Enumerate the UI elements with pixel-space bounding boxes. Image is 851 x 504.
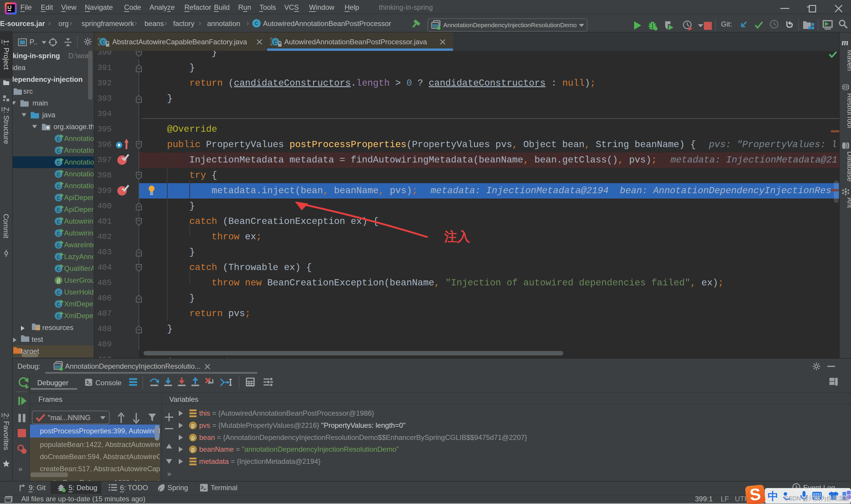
svg-text:C: C [255, 20, 258, 27]
svg-text:C: C [101, 39, 105, 46]
svg-text:C: C [57, 195, 60, 202]
svg-text:C: C [57, 302, 60, 308]
svg-text:C: C [57, 266, 60, 273]
svg-text:C: C [57, 313, 60, 320]
svg-text:C: C [57, 183, 60, 190]
svg-text:C: C [57, 207, 60, 214]
svg-text:C: C [57, 254, 60, 261]
svg-text:C: C [57, 231, 60, 237]
svg-text:C: C [57, 290, 60, 296]
svg-text:C: C [57, 148, 60, 155]
svg-text:C: C [57, 219, 60, 226]
svg-text:C: C [57, 160, 60, 166]
svg-text:C: C [57, 242, 60, 249]
svg-text:p: p [191, 446, 195, 453]
svg-text:@: @ [57, 278, 60, 285]
svg-text:p: p [191, 422, 195, 429]
svg-text:p: p [191, 434, 195, 441]
svg-text:C: C [57, 172, 60, 178]
svg-text:C: C [274, 39, 277, 46]
svg-text:C: C [57, 136, 60, 143]
